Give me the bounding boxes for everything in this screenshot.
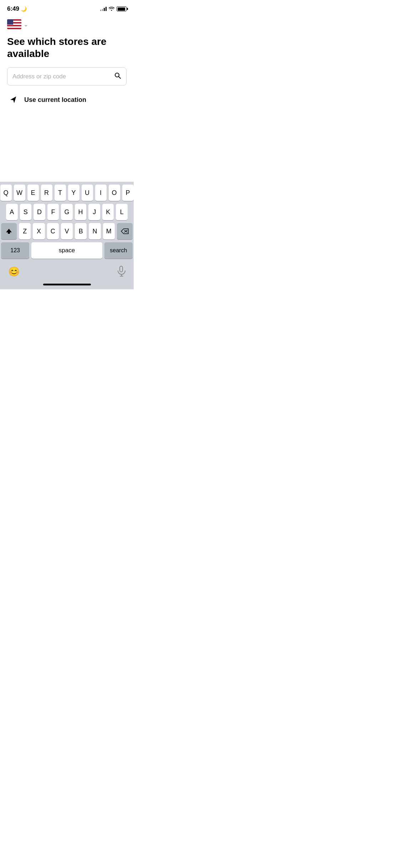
location-arrow-icon: [7, 93, 20, 106]
svg-marker-2: [6, 229, 12, 234]
keyboard-bottom-row: 😊: [1, 262, 133, 279]
emoji-button[interactable]: 😊: [8, 266, 20, 277]
key-q[interactable]: Q: [0, 185, 12, 201]
shift-key[interactable]: [1, 223, 17, 239]
current-location-button[interactable]: Use current location: [7, 93, 127, 106]
status-time: 6:49 🌙: [7, 5, 27, 12]
key-y[interactable]: Y: [68, 185, 79, 201]
key-i[interactable]: I: [95, 185, 107, 201]
key-n[interactable]: N: [89, 223, 101, 239]
address-search-input[interactable]: [12, 73, 114, 80]
svg-rect-5: [120, 266, 123, 272]
key-o[interactable]: O: [109, 185, 120, 201]
key-c[interactable]: C: [47, 223, 59, 239]
wifi-icon: [109, 6, 114, 12]
key-e[interactable]: E: [27, 185, 39, 201]
key-g[interactable]: G: [61, 204, 73, 220]
search-container: [7, 67, 127, 86]
svg-line-1: [119, 77, 120, 78]
keyboard-row-1: Q W E R T Y U I O P: [1, 185, 133, 201]
page-title: See which stores are available: [7, 36, 127, 60]
key-v[interactable]: V: [61, 223, 73, 239]
key-x[interactable]: X: [33, 223, 45, 239]
key-z[interactable]: Z: [19, 223, 31, 239]
key-t[interactable]: T: [55, 185, 66, 201]
main-content: ⌄ See which stores are available Use cur…: [0, 16, 134, 106]
home-bar: [43, 284, 91, 285]
country-selector[interactable]: ⌄: [7, 19, 127, 29]
keyboard-row-3: Z X C V B N M: [1, 223, 133, 239]
microphone-button[interactable]: [117, 266, 125, 278]
key-f[interactable]: F: [47, 204, 59, 220]
keyboard-row-4: 123 space search: [1, 242, 133, 259]
key-d[interactable]: D: [34, 204, 45, 220]
chevron-down-icon: ⌄: [24, 21, 28, 28]
key-b[interactable]: B: [75, 223, 87, 239]
current-location-label: Use current location: [24, 96, 86, 104]
keyboard-row-2: A S D F G H J K L: [1, 204, 133, 220]
key-u[interactable]: U: [82, 185, 93, 201]
key-a[interactable]: A: [6, 204, 18, 220]
status-bar: 6:49 🌙: [0, 0, 134, 16]
keyboard: Q W E R T Y U I O P A S D F G H J K L Z …: [0, 182, 134, 289]
key-h[interactable]: H: [75, 204, 87, 220]
signal-icon: [100, 7, 107, 11]
key-w[interactable]: W: [14, 185, 25, 201]
battery-icon: [117, 6, 127, 11]
home-indicator: [1, 279, 133, 289]
search-key[interactable]: search: [104, 242, 133, 259]
status-icons: [100, 6, 127, 12]
delete-key[interactable]: [117, 223, 133, 239]
key-j[interactable]: J: [88, 204, 100, 220]
space-key[interactable]: space: [31, 242, 102, 259]
key-p[interactable]: P: [122, 185, 134, 201]
numbers-key[interactable]: 123: [1, 242, 29, 259]
key-r[interactable]: R: [41, 185, 52, 201]
key-m[interactable]: M: [103, 223, 115, 239]
key-l[interactable]: L: [116, 204, 128, 220]
search-button[interactable]: [114, 72, 121, 81]
moon-icon: 🌙: [21, 6, 27, 12]
key-s[interactable]: S: [20, 204, 32, 220]
clock: 6:49: [7, 5, 19, 12]
us-flag-icon: [7, 19, 21, 29]
key-k[interactable]: K: [102, 204, 114, 220]
